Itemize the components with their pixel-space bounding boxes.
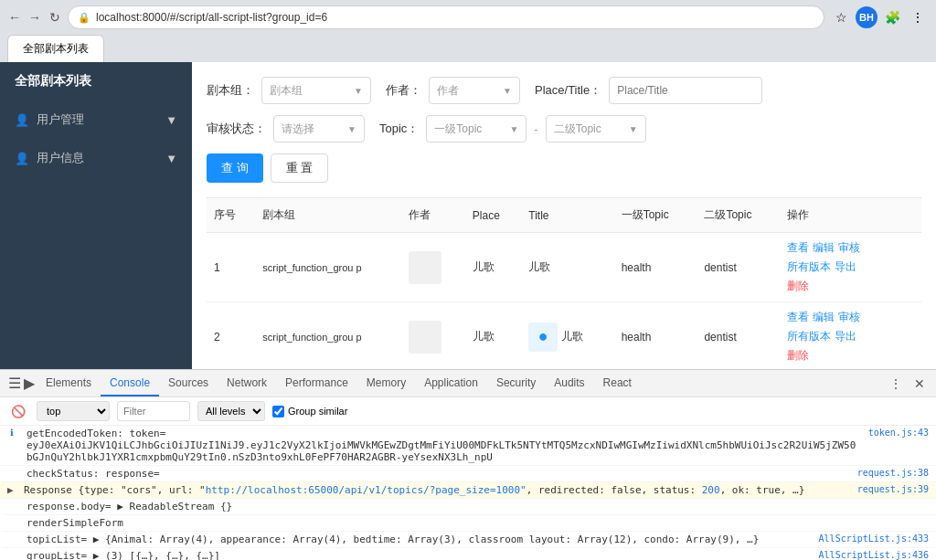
- console-line: ▶ Response {type: "cors", url: "http://l…: [0, 482, 936, 499]
- console-line-text: Response {type: "cors", url: "http://loc…: [24, 484, 850, 496]
- console-file-ref[interactable]: token.js:43: [868, 428, 929, 438]
- console-clear-btn[interactable]: 🚫: [7, 403, 29, 420]
- action-view[interactable]: 查看: [787, 240, 809, 256]
- col-title: Title: [521, 198, 613, 233]
- devtools-tab-audits[interactable]: Audits: [545, 371, 593, 396]
- action-all-versions[interactable]: 所有版本: [787, 259, 831, 275]
- review-status-select[interactable]: 请选择 ▼: [273, 115, 365, 143]
- console-file-ref[interactable]: request.js:39: [857, 484, 929, 494]
- devtools-tab-sources[interactable]: Sources: [159, 371, 218, 396]
- devtools-tab-performance[interactable]: Performance: [276, 371, 357, 396]
- devtools-inspect-btn[interactable]: ☰: [7, 376, 22, 391]
- search-button[interactable]: 查 询: [207, 153, 263, 183]
- console-line-text: groupList= ▶ (3) [{…}, {…}, {…}]: [27, 550, 812, 560]
- profile-button[interactable]: BH: [856, 6, 878, 28]
- console-level-select[interactable]: All levels: [197, 401, 265, 421]
- devtools-tab-application[interactable]: Application: [415, 371, 487, 396]
- console-content: ℹ getEncodedToken: token= eyJ0eXAiOiJKV1…: [0, 426, 936, 560]
- author-label: 作者：: [386, 82, 421, 99]
- place-title-input[interactable]: [609, 77, 762, 104]
- action-review[interactable]: 审核: [838, 310, 860, 325]
- console-file-ref[interactable]: request.js:38: [857, 468, 929, 478]
- console-line-text: response.body= ▶ ReadableStream {}: [27, 501, 929, 512]
- col-author: 作者: [401, 198, 464, 233]
- devtools-close-btn[interactable]: ✕: [910, 375, 929, 393]
- browser-tab[interactable]: 全部剧本列表: [7, 35, 104, 62]
- col-topic1: 一级Topic: [614, 198, 697, 233]
- topic-level2-select[interactable]: 二级Topic ▼: [546, 115, 646, 143]
- place-title-label: Place/Title：: [535, 82, 601, 99]
- devtools-tab-security[interactable]: Security: [487, 371, 545, 396]
- action-edit[interactable]: 编辑: [813, 240, 835, 256]
- col-script-group: 剧本组: [255, 198, 401, 233]
- page-content: 剧本组： 剧本组 ▼ 作者： 作者 ▼ Place/Title：: [192, 62, 936, 369]
- info-icon: ℹ: [10, 428, 23, 438]
- browser-chrome: ← → ↻ 🔒 localhost:8000/#/script/all-scri…: [0, 0, 936, 62]
- group-similar-checkbox[interactable]: [272, 406, 284, 417]
- devtools-panel: ☰ ▶ ElementsConsoleSourcesNetworkPerform…: [0, 369, 936, 560]
- reset-button[interactable]: 重 置: [271, 153, 329, 183]
- review-status-label: 审核状态：: [207, 121, 266, 137]
- reload-button[interactable]: ↻: [48, 10, 62, 25]
- sidebar-title: 全部剧本列表: [0, 62, 192, 100]
- devtools-tab-memory[interactable]: Memory: [357, 371, 415, 396]
- devtools-tab-elements[interactable]: Elements: [37, 371, 101, 396]
- author-avatar: [409, 321, 441, 354]
- devtools-tab-react[interactable]: React: [594, 371, 641, 396]
- cell-place: 儿歌: [465, 302, 521, 370]
- col-actions: 操作: [780, 198, 921, 233]
- table-header-row: 序号 剧本组 作者 Place Title 一级Topic 二级Topic 操作: [207, 198, 921, 233]
- script-table: 序号 剧本组 作者 Place Title 一级Topic 二级Topic 操作…: [207, 197, 921, 369]
- sidebar-item-user-info[interactable]: 👤 用户信息 ▼: [0, 139, 192, 177]
- sidebar-item-user-management[interactable]: 👤 用户管理 ▼: [0, 100, 192, 139]
- cell-actions: 查看 编辑 审核 所有版本 导出 删除: [780, 233, 921, 302]
- action-review[interactable]: 审核: [838, 240, 860, 256]
- console-toolbar: 🚫 top All levels Group similar: [0, 397, 936, 426]
- console-file-ref[interactable]: AllScriptList.js:436: [819, 550, 929, 560]
- devtools-tab-network[interactable]: Network: [218, 371, 276, 396]
- console-line: groupList= ▶ (3) [{…}, {…}, {…}] AllScri…: [0, 548, 936, 560]
- author-filter: 作者： 作者 ▼: [386, 77, 520, 104]
- sidebar-user-management-label: 用户管理: [37, 111, 84, 128]
- console-filter-input[interactable]: [117, 401, 190, 421]
- cell-index: 1: [207, 233, 255, 302]
- action-view[interactable]: 查看: [787, 310, 809, 325]
- cell-script-group: script_function_grou p: [255, 233, 401, 302]
- col-index: 序号: [207, 198, 255, 233]
- script-group-select[interactable]: 剧本组 ▼: [261, 77, 371, 104]
- address-bar[interactable]: 🔒 localhost:8000/#/script/all-script-lis…: [68, 5, 824, 29]
- bookmark-button[interactable]: ☆: [830, 6, 852, 28]
- review-status-filter: 审核状态： 请选择 ▼: [207, 115, 365, 143]
- console-line: checkStatus: response= request.js:38: [0, 466, 936, 482]
- author-select[interactable]: 作者 ▼: [429, 77, 520, 104]
- console-line-text: renderSimpleForm: [27, 517, 929, 529]
- cell-script-group: script_function_grou p: [255, 302, 401, 370]
- devtools-tab-console[interactable]: Console: [101, 371, 159, 396]
- devtools-more-btn[interactable]: ⋮: [887, 375, 905, 393]
- action-export[interactable]: 导出: [835, 329, 856, 344]
- devtools-cursor-btn[interactable]: ▶: [22, 376, 37, 391]
- action-delete[interactable]: 删除: [787, 279, 809, 294]
- back-button[interactable]: ←: [7, 10, 22, 25]
- console-file-ref[interactable]: AllScriptList.js:433: [819, 534, 929, 544]
- chevron-down-icon: ▼: [165, 113, 177, 127]
- script-group-label: 剧本组：: [207, 82, 254, 99]
- filter-row-1: 剧本组： 剧本组 ▼ 作者： 作者 ▼ Place/Title：: [207, 77, 921, 104]
- col-place: Place: [465, 198, 521, 233]
- menu-button[interactable]: ⋮: [907, 6, 929, 28]
- table-row: 1 script_function_grou p 儿歌 儿歌 health de…: [207, 233, 921, 302]
- forward-button[interactable]: →: [27, 10, 42, 25]
- topic-level1-select[interactable]: 一级Topic ▼: [426, 115, 526, 143]
- console-line: response.body= ▶ ReadableStream {}: [0, 499, 936, 515]
- console-line: ℹ getEncodedToken: token= eyJ0eXAiOiJKV1…: [0, 426, 936, 466]
- col-topic2: 二级Topic: [697, 198, 780, 233]
- console-top-select[interactable]: top: [37, 401, 110, 421]
- action-all-versions[interactable]: 所有版本: [787, 329, 831, 344]
- extensions-button[interactable]: 🧩: [881, 6, 903, 28]
- console-group-check[interactable]: Group similar: [272, 406, 347, 417]
- action-edit[interactable]: 编辑: [813, 310, 835, 325]
- action-delete[interactable]: 删除: [787, 348, 809, 364]
- expand-icon[interactable]: ▶: [7, 484, 20, 496]
- action-export[interactable]: 导出: [835, 259, 856, 275]
- chevron-down-icon-2: ▼: [165, 152, 177, 165]
